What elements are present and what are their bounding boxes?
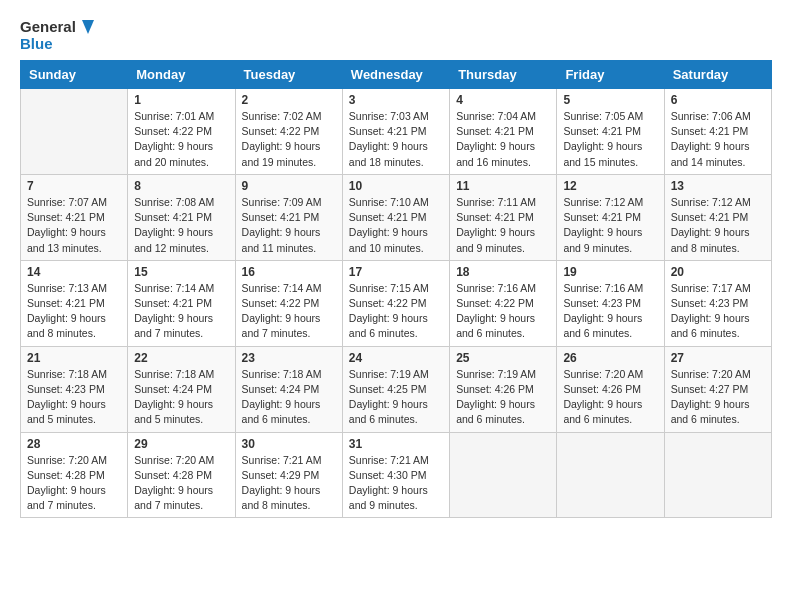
weekday-header: Tuesday [235, 61, 342, 89]
day-number: 10 [349, 179, 443, 193]
calendar-cell: 17Sunrise: 7:15 AMSunset: 4:22 PMDayligh… [342, 260, 449, 346]
daylight-text: and 11 minutes. [242, 242, 317, 254]
sunset-text: Sunset: 4:28 PM [27, 469, 105, 481]
day-info: Sunrise: 7:20 AMSunset: 4:27 PMDaylight:… [671, 367, 765, 428]
daylight-text: Daylight: 9 hours [134, 398, 213, 410]
sunrise-text: Sunrise: 7:18 AM [27, 368, 107, 380]
day-number: 17 [349, 265, 443, 279]
day-number: 25 [456, 351, 550, 365]
day-info: Sunrise: 7:18 AMSunset: 4:23 PMDaylight:… [27, 367, 121, 428]
calendar-cell: 2Sunrise: 7:02 AMSunset: 4:22 PMDaylight… [235, 89, 342, 175]
day-number: 4 [456, 93, 550, 107]
daylight-text: and 6 minutes. [563, 413, 632, 425]
calendar-cell: 7Sunrise: 7:07 AMSunset: 4:21 PMDaylight… [21, 174, 128, 260]
calendar-cell [664, 432, 771, 518]
calendar-cell: 4Sunrise: 7:04 AMSunset: 4:21 PMDaylight… [450, 89, 557, 175]
day-info: Sunrise: 7:19 AMSunset: 4:25 PMDaylight:… [349, 367, 443, 428]
calendar-week-row: 21Sunrise: 7:18 AMSunset: 4:23 PMDayligh… [21, 346, 772, 432]
weekday-header: Monday [128, 61, 235, 89]
day-info: Sunrise: 7:03 AMSunset: 4:21 PMDaylight:… [349, 109, 443, 170]
daylight-text: and 5 minutes. [27, 413, 96, 425]
daylight-text: Daylight: 9 hours [563, 140, 642, 152]
day-info: Sunrise: 7:02 AMSunset: 4:22 PMDaylight:… [242, 109, 336, 170]
calendar-table: SundayMondayTuesdayWednesdayThursdayFrid… [20, 60, 772, 518]
daylight-text: Daylight: 9 hours [349, 312, 428, 324]
daylight-text: and 20 minutes. [134, 156, 209, 168]
day-number: 3 [349, 93, 443, 107]
day-number: 7 [27, 179, 121, 193]
daylight-text: Daylight: 9 hours [242, 140, 321, 152]
day-number: 19 [563, 265, 657, 279]
day-info: Sunrise: 7:01 AMSunset: 4:22 PMDaylight:… [134, 109, 228, 170]
sunrise-text: Sunrise: 7:08 AM [134, 196, 214, 208]
calendar-cell: 6Sunrise: 7:06 AMSunset: 4:21 PMDaylight… [664, 89, 771, 175]
calendar-cell: 30Sunrise: 7:21 AMSunset: 4:29 PMDayligh… [235, 432, 342, 518]
day-info: Sunrise: 7:15 AMSunset: 4:22 PMDaylight:… [349, 281, 443, 342]
sunrise-text: Sunrise: 7:16 AM [563, 282, 643, 294]
day-number: 21 [27, 351, 121, 365]
daylight-text: Daylight: 9 hours [349, 484, 428, 496]
daylight-text: Daylight: 9 hours [349, 140, 428, 152]
daylight-text: and 6 minutes. [456, 327, 525, 339]
day-number: 27 [671, 351, 765, 365]
day-number: 20 [671, 265, 765, 279]
svg-text:General: General [20, 18, 76, 35]
calendar-cell: 3Sunrise: 7:03 AMSunset: 4:21 PMDaylight… [342, 89, 449, 175]
sunrise-text: Sunrise: 7:12 AM [671, 196, 751, 208]
daylight-text: and 6 minutes. [242, 413, 311, 425]
day-info: Sunrise: 7:12 AMSunset: 4:21 PMDaylight:… [563, 195, 657, 256]
daylight-text: and 9 minutes. [349, 499, 418, 511]
sunset-text: Sunset: 4:25 PM [349, 383, 427, 395]
calendar-week-row: 1Sunrise: 7:01 AMSunset: 4:22 PMDaylight… [21, 89, 772, 175]
sunset-text: Sunset: 4:21 PM [671, 211, 749, 223]
sunset-text: Sunset: 4:30 PM [349, 469, 427, 481]
calendar-cell: 8Sunrise: 7:08 AMSunset: 4:21 PMDaylight… [128, 174, 235, 260]
sunrise-text: Sunrise: 7:20 AM [563, 368, 643, 380]
sunset-text: Sunset: 4:26 PM [563, 383, 641, 395]
calendar-cell [21, 89, 128, 175]
day-info: Sunrise: 7:10 AMSunset: 4:21 PMDaylight:… [349, 195, 443, 256]
daylight-text: and 7 minutes. [27, 499, 96, 511]
calendar-header-row: SundayMondayTuesdayWednesdayThursdayFrid… [21, 61, 772, 89]
day-number: 14 [27, 265, 121, 279]
sunset-text: Sunset: 4:21 PM [349, 211, 427, 223]
sunset-text: Sunset: 4:29 PM [242, 469, 320, 481]
daylight-text: and 8 minutes. [242, 499, 311, 511]
calendar-cell [557, 432, 664, 518]
calendar-cell: 26Sunrise: 7:20 AMSunset: 4:26 PMDayligh… [557, 346, 664, 432]
day-number: 5 [563, 93, 657, 107]
calendar-cell: 11Sunrise: 7:11 AMSunset: 4:21 PMDayligh… [450, 174, 557, 260]
weekday-header: Thursday [450, 61, 557, 89]
day-number: 26 [563, 351, 657, 365]
sunset-text: Sunset: 4:21 PM [349, 125, 427, 137]
day-number: 31 [349, 437, 443, 451]
calendar-cell: 15Sunrise: 7:14 AMSunset: 4:21 PMDayligh… [128, 260, 235, 346]
calendar-cell: 12Sunrise: 7:12 AMSunset: 4:21 PMDayligh… [557, 174, 664, 260]
sunset-text: Sunset: 4:21 PM [456, 125, 534, 137]
day-info: Sunrise: 7:12 AMSunset: 4:21 PMDaylight:… [671, 195, 765, 256]
daylight-text: Daylight: 9 hours [563, 226, 642, 238]
day-info: Sunrise: 7:17 AMSunset: 4:23 PMDaylight:… [671, 281, 765, 342]
daylight-text: and 6 minutes. [456, 413, 525, 425]
daylight-text: and 14 minutes. [671, 156, 746, 168]
calendar-cell: 23Sunrise: 7:18 AMSunset: 4:24 PMDayligh… [235, 346, 342, 432]
sunrise-text: Sunrise: 7:06 AM [671, 110, 751, 122]
sunrise-text: Sunrise: 7:07 AM [27, 196, 107, 208]
sunrise-text: Sunrise: 7:20 AM [27, 454, 107, 466]
sunset-text: Sunset: 4:23 PM [27, 383, 105, 395]
day-info: Sunrise: 7:19 AMSunset: 4:26 PMDaylight:… [456, 367, 550, 428]
day-number: 15 [134, 265, 228, 279]
day-info: Sunrise: 7:16 AMSunset: 4:23 PMDaylight:… [563, 281, 657, 342]
sunset-text: Sunset: 4:27 PM [671, 383, 749, 395]
calendar-cell: 9Sunrise: 7:09 AMSunset: 4:21 PMDaylight… [235, 174, 342, 260]
day-info: Sunrise: 7:06 AMSunset: 4:21 PMDaylight:… [671, 109, 765, 170]
day-info: Sunrise: 7:18 AMSunset: 4:24 PMDaylight:… [242, 367, 336, 428]
sunset-text: Sunset: 4:21 PM [134, 297, 212, 309]
daylight-text: Daylight: 9 hours [563, 398, 642, 410]
daylight-text: and 9 minutes. [456, 242, 525, 254]
sunrise-text: Sunrise: 7:18 AM [242, 368, 322, 380]
daylight-text: and 16 minutes. [456, 156, 531, 168]
day-number: 30 [242, 437, 336, 451]
sunrise-text: Sunrise: 7:21 AM [349, 454, 429, 466]
daylight-text: Daylight: 9 hours [456, 398, 535, 410]
